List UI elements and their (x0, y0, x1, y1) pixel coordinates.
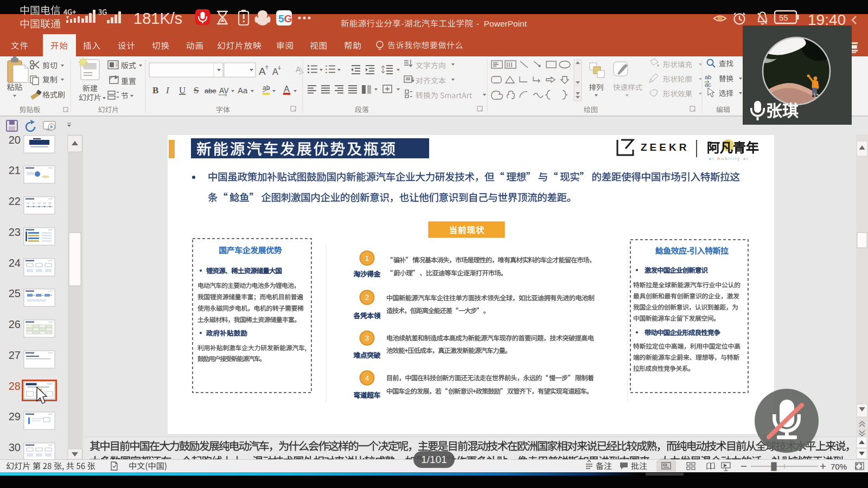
svg-text:I: I (165, 85, 170, 95)
svg-text:B: B (152, 85, 158, 95)
svg-text:A: A (296, 65, 301, 74)
svg-text:24: 24 (9, 257, 21, 269)
svg-text:A: A (259, 66, 266, 77)
svg-text:181K/s: 181K/s (133, 10, 182, 27)
svg-text:5G: 5G (278, 13, 292, 24)
svg-text:ac: ac (705, 81, 711, 88)
svg-text:U: U (179, 85, 186, 95)
svg-text:27: 27 (9, 349, 21, 361)
svg-text:A: A (272, 67, 278, 76)
svg-text:20: 20 (9, 134, 21, 146)
svg-text:29: 29 (9, 410, 21, 422)
svg-text:- PowerPoint: - PowerPoint (476, 19, 527, 28)
svg-text:abe: abe (205, 87, 216, 95)
svg-text:ab: ab (705, 74, 711, 80)
svg-text:30: 30 (9, 441, 21, 453)
svg-text:ai mobility ai: ai mobility ai (709, 157, 749, 161)
svg-text:ZEEKR: ZEEKR (641, 142, 689, 153)
svg-text:1/101: 1/101 (421, 454, 447, 465)
svg-text:1: 1 (365, 254, 369, 262)
svg-text:AV: AV (219, 86, 229, 95)
svg-text:28: 28 (9, 380, 21, 392)
svg-text:A: A (284, 85, 290, 94)
svg-text:ab: ab (263, 84, 270, 92)
svg-text:26: 26 (9, 318, 21, 330)
svg-text:4: 4 (365, 374, 369, 382)
svg-text:55: 55 (779, 13, 788, 22)
svg-text:S: S (194, 85, 199, 95)
svg-text:70%: 70% (831, 462, 847, 471)
svg-text:22: 22 (9, 195, 21, 207)
svg-text:2: 2 (365, 293, 369, 301)
svg-text:21: 21 (9, 164, 21, 176)
svg-text:23: 23 (9, 226, 21, 238)
svg-text:Aa: Aa (238, 86, 248, 95)
svg-text:25: 25 (9, 287, 21, 299)
svg-text:3: 3 (365, 334, 369, 342)
